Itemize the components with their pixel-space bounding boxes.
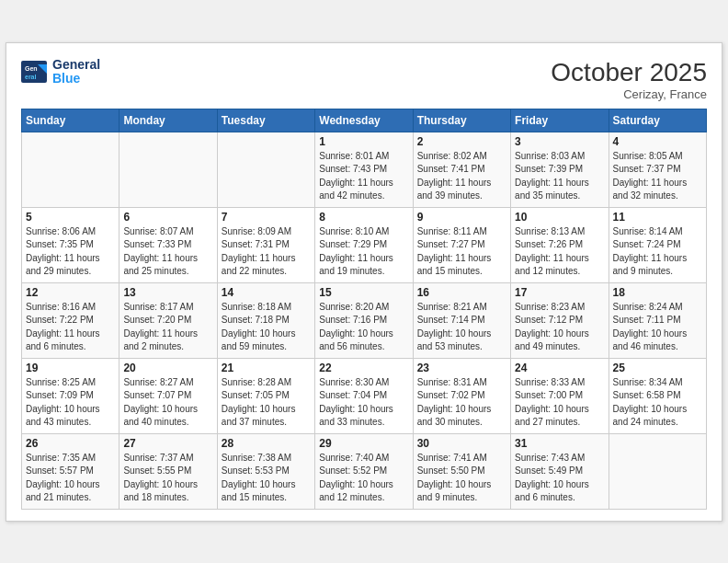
day-number: 14: [222, 286, 311, 299]
calendar-cell: 18Sunrise: 8:24 AM Sunset: 7:11 PM Dayli…: [609, 282, 706, 358]
day-info: Sunrise: 8:10 AM Sunset: 7:29 PM Dayligh…: [319, 225, 408, 279]
day-number: 23: [417, 362, 506, 374]
calendar-cell: 2Sunrise: 8:02 AM Sunset: 7:41 PM Daylig…: [413, 132, 510, 207]
day-number: 28: [222, 437, 311, 450]
day-number: 19: [26, 362, 115, 374]
day-number: 8: [319, 211, 408, 224]
day-info: Sunrise: 8:06 AM Sunset: 7:35 PM Dayligh…: [26, 225, 115, 279]
day-header-sunday: Sunday: [22, 109, 119, 132]
calendar-cell: 27Sunrise: 7:37 AM Sunset: 5:55 PM Dayli…: [119, 433, 217, 509]
calendar-cell: 4Sunrise: 8:05 AM Sunset: 7:37 PM Daylig…: [609, 132, 706, 207]
calendar-cell: 31Sunrise: 7:43 AM Sunset: 5:49 PM Dayli…: [511, 433, 609, 509]
calendar-cell: 3Sunrise: 8:03 AM Sunset: 7:39 PM Daylig…: [511, 132, 609, 207]
calendar-cell: 30Sunrise: 7:41 AM Sunset: 5:50 PM Dayli…: [413, 433, 510, 509]
day-number: 6: [123, 211, 212, 224]
day-number: 16: [417, 286, 506, 299]
day-info: Sunrise: 8:17 AM Sunset: 7:20 PM Dayligh…: [123, 301, 212, 354]
day-info: Sunrise: 7:37 AM Sunset: 5:55 PM Dayligh…: [123, 452, 212, 505]
day-number: 24: [515, 362, 604, 374]
day-info: Sunrise: 8:33 AM Sunset: 7:00 PM Dayligh…: [515, 376, 604, 430]
calendar-cell: 12Sunrise: 8:16 AM Sunset: 7:22 PM Dayli…: [22, 282, 119, 358]
calendar-cell: [217, 132, 314, 207]
day-info: Sunrise: 8:13 AM Sunset: 7:26 PM Dayligh…: [515, 225, 604, 279]
day-number: 13: [123, 286, 212, 299]
month-title: October 2025: [551, 58, 707, 87]
day-info: Sunrise: 8:16 AM Sunset: 7:22 PM Dayligh…: [26, 301, 115, 354]
calendar-cell: 22Sunrise: 8:30 AM Sunset: 7:04 PM Dayli…: [315, 358, 413, 433]
day-number: 20: [123, 362, 212, 374]
day-number: 3: [515, 135, 604, 148]
week-row-3: 12Sunrise: 8:16 AM Sunset: 7:22 PM Dayli…: [22, 282, 707, 358]
calendar-cell: 13Sunrise: 8:17 AM Sunset: 7:20 PM Dayli…: [119, 282, 217, 358]
calendar-cell: 28Sunrise: 7:38 AM Sunset: 5:53 PM Dayli…: [217, 433, 314, 509]
svg-text:eral: eral: [25, 74, 37, 80]
day-info: Sunrise: 8:23 AM Sunset: 7:12 PM Dayligh…: [515, 301, 604, 354]
day-info: Sunrise: 7:40 AM Sunset: 5:52 PM Dayligh…: [319, 452, 408, 505]
day-number: 4: [613, 135, 702, 148]
day-header-wednesday: Wednesday: [315, 109, 413, 132]
calendar-cell: 26Sunrise: 7:35 AM Sunset: 5:57 PM Dayli…: [22, 433, 119, 509]
day-info: Sunrise: 7:41 AM Sunset: 5:50 PM Dayligh…: [417, 452, 506, 505]
day-number: 11: [613, 211, 702, 224]
svg-text:Gen: Gen: [25, 65, 38, 72]
day-header-monday: Monday: [119, 109, 217, 132]
day-number: 18: [613, 286, 702, 299]
day-info: Sunrise: 7:38 AM Sunset: 5:53 PM Dayligh…: [222, 452, 311, 505]
day-info: Sunrise: 8:34 AM Sunset: 6:58 PM Dayligh…: [613, 376, 702, 430]
day-number: 21: [222, 362, 311, 374]
day-info: Sunrise: 8:01 AM Sunset: 7:43 PM Dayligh…: [319, 150, 408, 203]
week-row-4: 19Sunrise: 8:25 AM Sunset: 7:09 PM Dayli…: [22, 358, 707, 433]
logo: Gen eral General Blue: [21, 58, 100, 86]
calendar-cell: 15Sunrise: 8:20 AM Sunset: 7:16 PM Dayli…: [315, 282, 413, 358]
day-number: 29: [319, 437, 408, 450]
title-area: October 2025 Cerizay, France: [551, 58, 707, 101]
day-info: Sunrise: 8:18 AM Sunset: 7:18 PM Dayligh…: [222, 301, 311, 354]
day-number: 22: [319, 362, 408, 374]
day-info: Sunrise: 8:27 AM Sunset: 7:07 PM Dayligh…: [123, 376, 212, 430]
day-header-thursday: Thursday: [413, 109, 510, 132]
day-number: 5: [26, 211, 115, 224]
calendar-cell: [609, 433, 706, 509]
day-info: Sunrise: 8:30 AM Sunset: 7:04 PM Dayligh…: [319, 376, 408, 430]
week-row-2: 5Sunrise: 8:06 AM Sunset: 7:35 PM Daylig…: [22, 207, 707, 282]
day-number: 10: [515, 211, 604, 224]
calendar-cell: 10Sunrise: 8:13 AM Sunset: 7:26 PM Dayli…: [511, 207, 609, 282]
day-number: 2: [417, 135, 506, 148]
calendar-cell: [119, 132, 217, 207]
day-info: Sunrise: 7:43 AM Sunset: 5:49 PM Dayligh…: [515, 452, 604, 505]
day-info: Sunrise: 8:05 AM Sunset: 7:37 PM Dayligh…: [613, 150, 702, 203]
calendar-cell: 23Sunrise: 8:31 AM Sunset: 7:02 PM Dayli…: [413, 358, 510, 433]
day-info: Sunrise: 8:20 AM Sunset: 7:16 PM Dayligh…: [319, 301, 408, 354]
day-number: 15: [319, 286, 408, 299]
day-info: Sunrise: 8:07 AM Sunset: 7:33 PM Dayligh…: [123, 225, 212, 279]
calendar-cell: 20Sunrise: 8:27 AM Sunset: 7:07 PM Dayli…: [119, 358, 217, 433]
calendar-cell: 9Sunrise: 8:11 AM Sunset: 7:27 PM Daylig…: [413, 207, 510, 282]
day-info: Sunrise: 8:24 AM Sunset: 7:11 PM Dayligh…: [613, 301, 702, 354]
day-header-saturday: Saturday: [609, 109, 706, 132]
day-info: Sunrise: 8:25 AM Sunset: 7:09 PM Dayligh…: [26, 376, 115, 430]
logo-text: General Blue: [52, 58, 100, 86]
calendar-table: SundayMondayTuesdayWednesdayThursdayFrid…: [21, 109, 707, 510]
day-number: 31: [515, 437, 604, 450]
calendar-cell: 7Sunrise: 8:09 AM Sunset: 7:31 PM Daylig…: [217, 207, 314, 282]
day-header-tuesday: Tuesday: [217, 109, 314, 132]
day-header-friday: Friday: [511, 109, 609, 132]
calendar-cell: 19Sunrise: 8:25 AM Sunset: 7:09 PM Dayli…: [22, 358, 119, 433]
calendar-cell: 21Sunrise: 8:28 AM Sunset: 7:05 PM Dayli…: [217, 358, 314, 433]
day-info: Sunrise: 8:02 AM Sunset: 7:41 PM Dayligh…: [417, 150, 506, 203]
calendar-cell: 16Sunrise: 8:21 AM Sunset: 7:14 PM Dayli…: [413, 282, 510, 358]
days-header-row: SundayMondayTuesdayWednesdayThursdayFrid…: [22, 109, 707, 132]
day-info: Sunrise: 8:11 AM Sunset: 7:27 PM Dayligh…: [417, 225, 506, 279]
day-number: 30: [417, 437, 506, 450]
calendar-cell: 5Sunrise: 8:06 AM Sunset: 7:35 PM Daylig…: [22, 207, 119, 282]
day-info: Sunrise: 8:31 AM Sunset: 7:02 PM Dayligh…: [417, 376, 506, 430]
day-number: 25: [613, 362, 702, 374]
location: Cerizay, France: [551, 87, 707, 101]
calendar-cell: [22, 132, 119, 207]
day-number: 26: [26, 437, 115, 450]
calendar-cell: 25Sunrise: 8:34 AM Sunset: 6:58 PM Dayli…: [609, 358, 706, 433]
day-info: Sunrise: 8:14 AM Sunset: 7:24 PM Dayligh…: [613, 225, 702, 279]
calendar-cell: 1Sunrise: 8:01 AM Sunset: 7:43 PM Daylig…: [315, 132, 413, 207]
calendar-cell: 8Sunrise: 8:10 AM Sunset: 7:29 PM Daylig…: [315, 207, 413, 282]
week-row-1: 1Sunrise: 8:01 AM Sunset: 7:43 PM Daylig…: [22, 132, 707, 207]
